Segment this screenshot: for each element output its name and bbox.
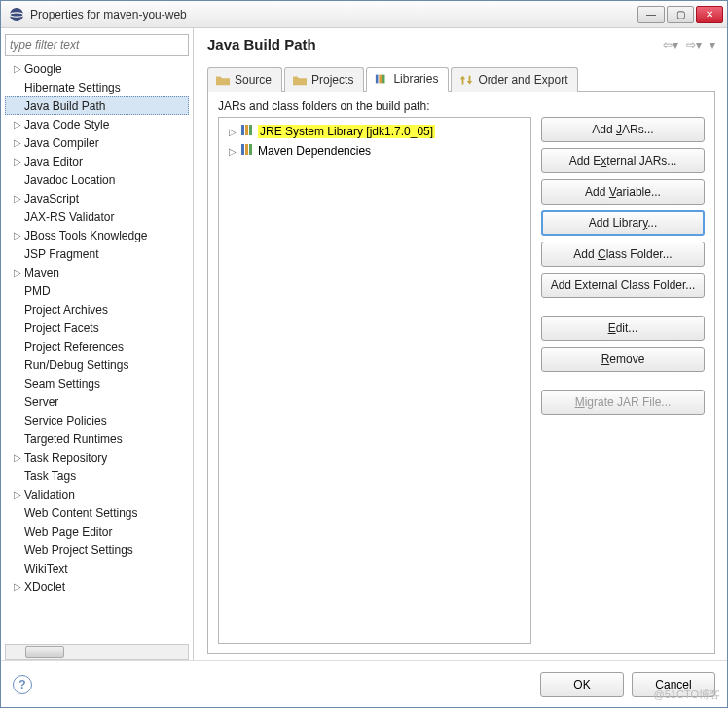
tab-libraries[interactable]: Libraries (366, 67, 449, 92)
sidebar-item-label: Java Compiler (24, 136, 99, 150)
sidebar-item[interactable]: PMD (5, 281, 189, 300)
sidebar-item[interactable]: Javadoc Location (5, 170, 189, 189)
sidebar-item[interactable]: Run/Debug Settings (5, 355, 189, 374)
help-icon[interactable]: ? (13, 675, 32, 694)
watermark: @51CTO博客 (654, 688, 720, 702)
sidebar-item[interactable]: ▷JavaScript (5, 189, 189, 207)
sidebar-item-label: Service Policies (24, 414, 107, 428)
sidebar-item-label: Java Build Path (24, 99, 105, 113)
sidebar-item[interactable]: Hibernate Settings (5, 78, 189, 96)
library-label: Maven Dependencies (258, 144, 371, 158)
sidebar-item[interactable]: Project Archives (5, 300, 189, 318)
sidebar-item-label: Validation (24, 488, 75, 502)
maximize-button[interactable]: ▢ (667, 6, 694, 23)
titlebar[interactable]: Properties for maven-you-web — ▢ ✕ (1, 1, 727, 28)
sidebar-item[interactable]: Service Policies (5, 411, 189, 429)
sidebar-item-label: Task Tags (24, 469, 76, 483)
expand-icon[interactable]: ▷ (11, 267, 24, 278)
button-column: Add JARs... Add External JARs... Add Var… (541, 117, 705, 644)
expand-icon[interactable]: ▷ (11, 63, 24, 74)
expand-icon[interactable]: ▷ (227, 146, 238, 157)
tab-source[interactable]: Source (207, 67, 282, 92)
svg-rect-8 (241, 144, 244, 155)
svg-rect-4 (382, 75, 385, 84)
dialog-window: Properties for maven-you-web — ▢ ✕ ▷Goog… (0, 0, 728, 708)
sidebar-item[interactable]: ▷Validation (5, 485, 189, 503)
sidebar-item-label: Project Facets (24, 321, 99, 335)
expand-icon[interactable]: ▷ (11, 581, 24, 592)
library-item[interactable]: ▷JRE System Library [jdk1.7.0_05] (223, 122, 527, 141)
expand-icon[interactable]: ▷ (11, 230, 24, 241)
main-area: ▷GoogleHibernate SettingsJava Build Path… (1, 28, 727, 660)
library-icon (240, 124, 256, 139)
sidebar-item-label: Java Editor (24, 155, 83, 168)
minimize-button[interactable]: — (637, 6, 665, 23)
sidebar-item-label: PMD (24, 284, 51, 298)
library-item[interactable]: ▷Maven Dependencies (223, 141, 527, 161)
page-title: Java Build Path (207, 36, 316, 53)
edit-button[interactable]: Edit... (541, 316, 705, 341)
svg-rect-5 (241, 125, 244, 135)
ok-button[interactable]: OK (540, 672, 624, 697)
sidebar-item[interactable]: ▷Java Compiler (5, 133, 189, 152)
libraries-tree[interactable]: ▷JRE System Library [jdk1.7.0_05]▷Maven … (218, 117, 531, 644)
sidebar-item[interactable]: Java Build Path (5, 96, 189, 115)
close-button[interactable]: ✕ (696, 6, 723, 23)
sidebar-item-label: Server (24, 395, 58, 409)
sidebar-item[interactable]: WikiText (5, 559, 189, 578)
sidebar-item[interactable]: Seam Settings (5, 374, 189, 392)
sidebar-item-label: JSP Fragment (24, 247, 98, 261)
filter-input[interactable] (5, 34, 189, 56)
sidebar-item[interactable]: ▷Java Editor (5, 152, 189, 170)
sidebar-item[interactable]: Server (5, 392, 189, 411)
horizontal-scrollbar[interactable] (5, 644, 189, 660)
expand-icon[interactable]: ▷ (11, 489, 24, 500)
sidebar-item[interactable]: ▷Task Repository (5, 448, 189, 466)
migrate-jar-button: Migrate JAR File... (541, 390, 705, 415)
sidebar-item[interactable]: Project References (5, 337, 189, 355)
tab-order-export[interactable]: Order and Export (451, 67, 578, 92)
sidebar-item[interactable]: ▷Maven (5, 263, 189, 281)
add-jars-button[interactable]: Add JARs... (541, 117, 705, 142)
category-tree[interactable]: ▷GoogleHibernate SettingsJava Build Path… (5, 59, 189, 644)
sidebar-item[interactable]: ▷JBoss Tools Knowledge (5, 226, 189, 244)
sidebar-item-label: Seam Settings (24, 377, 100, 391)
expand-icon[interactable]: ▷ (11, 119, 24, 130)
expand-icon[interactable]: ▷ (11, 193, 24, 204)
menu-icon[interactable]: ▾ (710, 38, 715, 52)
sidebar-item[interactable]: JAX-RS Validator (5, 207, 189, 226)
add-variable-button[interactable]: Add Variable... (541, 179, 705, 205)
scrollbar-thumb[interactable] (25, 646, 64, 658)
add-library-button[interactable]: Add Library... (541, 210, 705, 236)
header-row: Java Build Path ⇦▾ ⇨▾ ▾ (207, 36, 715, 53)
sidebar-item[interactable]: Task Tags (5, 466, 189, 485)
sidebar-item-label: WikiText (24, 562, 68, 576)
back-icon[interactable]: ⇦▾ (663, 38, 678, 52)
expand-icon[interactable]: ▷ (227, 127, 238, 137)
tabs: Source Projects Libraries Order and Expo… (207, 66, 715, 92)
tab-projects[interactable]: Projects (284, 67, 364, 92)
expand-icon[interactable]: ▷ (11, 452, 24, 463)
sidebar-item[interactable]: Web Content Settings (5, 503, 189, 522)
forward-icon[interactable]: ⇨▾ (686, 38, 702, 52)
expand-icon[interactable]: ▷ (11, 156, 24, 167)
sidebar-item[interactable]: ▷XDoclet (5, 578, 189, 596)
svg-rect-3 (380, 75, 382, 84)
sidebar-item[interactable]: ▷Google (5, 59, 189, 78)
add-external-class-folder-button[interactable]: Add External Class Folder... (541, 273, 705, 298)
sidebar-item[interactable]: Web Page Editor (5, 522, 189, 540)
sidebar-item[interactable]: Web Project Settings (5, 540, 189, 559)
add-class-folder-button[interactable]: Add Class Folder... (541, 242, 705, 267)
dialog-body: ▷GoogleHibernate SettingsJava Build Path… (1, 28, 727, 707)
sidebar-item[interactable]: Targeted Runtimes (5, 429, 189, 448)
add-external-jars-button[interactable]: Add External JARs... (541, 148, 705, 173)
sidebar-item[interactable]: Project Facets (5, 318, 189, 337)
sidebar-item-label: Web Project Settings (24, 543, 133, 557)
sidebar-item[interactable]: ▷Java Code Style (5, 115, 189, 133)
folder-icon (293, 74, 307, 86)
sidebar-item-label: Hibernate Settings (24, 81, 121, 94)
remove-button[interactable]: Remove (541, 347, 705, 372)
sidebar-item[interactable]: JSP Fragment (5, 244, 189, 263)
expand-icon[interactable]: ▷ (11, 137, 24, 148)
sidebar-item-label: XDoclet (24, 580, 65, 594)
